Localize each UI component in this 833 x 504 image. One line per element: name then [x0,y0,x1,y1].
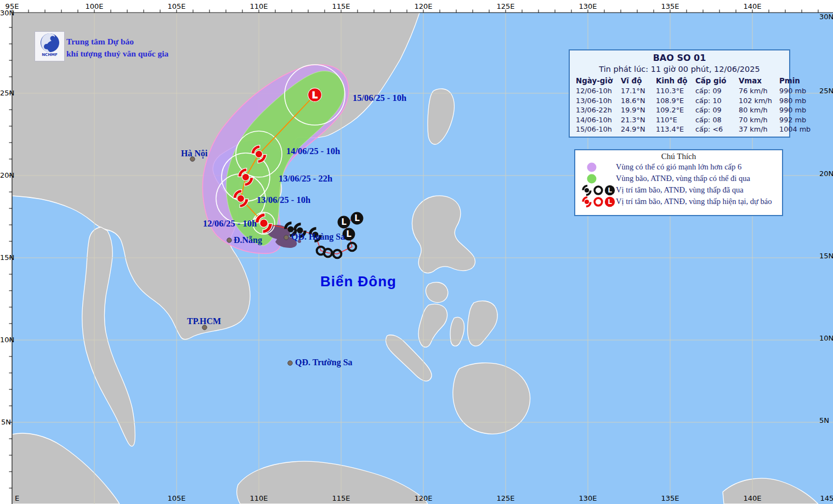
storm-table-cell: cấp: 09 [695,105,739,115]
past-position-marker [351,212,364,225]
city-dot [227,238,231,242]
storm-table-cell: 109.2°E [656,105,695,115]
legend-item: Vùng có thể có gió mạnh lớn hơn cấp 6 [575,161,782,173]
past-position-marker [338,216,350,229]
storm-table-cell: 15/06-10h [576,124,621,134]
land-mindoro [426,282,448,303]
nchmf-logo-emblem [39,32,61,54]
storm-table-cell: 37 km/h [739,124,779,134]
storm-issued-time: Tin phát lúc: 11 giờ 00 phút, 12/06/2025 [570,65,789,73]
nchmf-logo-text: NCHMF [42,53,58,57]
storm-table-cell: 80 km/h [739,105,779,115]
storm-table-cell: 108.9°E [656,96,695,106]
storm-table-cell: 70 km/h [739,115,779,125]
storm-table-header-cell: Vĩ độ [621,76,656,86]
storm-table-cell: 21.3°N [621,115,656,125]
storm-table-cell: 18.6°N [621,96,656,106]
agency-name-line2: khí tượng thuỷ văn quốc gia [66,49,168,59]
city-dot [284,235,288,240]
legend-item: Vị trí tâm bão, ATNĐ, vùng thấp đã qua [575,184,782,196]
storm-info-table: BAO SO 01 Tin phát lúc: 11 giờ 00 phút, … [569,49,790,138]
storm-table-header-cell: Vmax [739,76,779,86]
legend-item-text: Vị trí tâm bão, ATNĐ, vùng thấp đã qua [616,185,744,195]
red-markers-icon [581,196,616,208]
storm-table-header-cell: Ngày-giờ [576,76,621,86]
legend-item-text: Vùng có thể có gió mạnh lớn hơn cấp 6 [616,162,741,172]
map-legend: Chú Thích Vùng có thể có gió mạnh lớn hơ… [574,149,783,216]
purple-dot-icon [581,161,616,173]
storm-table-cell: cấp: 09 [695,86,739,96]
storm-table-cell: 14/06-10h [576,115,621,125]
legend-title: Chú Thích [575,152,782,161]
black-markers-icon [581,184,616,196]
storm-table-cell: 19.9°N [621,105,656,115]
legend-item-text: Vùng bão, ATNĐ, vùng thấp có thể đi qua [616,174,750,183]
storm-table-header-cell: Pmin [779,76,811,86]
storm-table-cell: 113.4°E [656,124,695,134]
legend-item-text: Vị trí tâm bão, ATNĐ, vùng thấp hiện tại… [616,197,772,206]
storm-table-grid: Ngày-giờVĩ độKinh độCấp gióVmaxPmin12/06… [570,76,789,134]
storm-table-cell: 13/06-22h [576,105,621,115]
storm-table-header-cell: Cấp gió [695,76,739,86]
forecast-position-marker [308,88,322,102]
city-dot [190,157,195,161]
storm-table-cell: cấp: <6 [695,124,739,134]
storm-table-cell: 12/06-10h [576,86,621,96]
storm-table-cell: 76 km/h [739,86,779,96]
storm-table-cell: 980 mb [779,96,811,106]
legend-item: Vùng bão, ATNĐ, vùng thấp có thể đi qua [575,173,782,184]
city-dot [202,325,207,330]
storm-table-cell: 990 mb [779,86,811,96]
legend-item: Vị trí tâm bão, ATNĐ, vùng thấp hiện tại… [575,196,782,207]
storm-table-cell: cấp: 10 [695,96,739,106]
storm-table-header-cell: Kinh độ [656,76,695,86]
nchmf-logo: NCHMF [35,31,65,61]
storm-table-cell: 1004 mb [779,124,811,134]
storm-table-cell: 102 km/h [739,96,779,106]
green-dot-icon [581,173,616,185]
storm-forecast-map: L [0,0,833,504]
storm-table-cell: 110°E [656,115,695,125]
storm-table-cell: 110.3°E [656,86,695,96]
past-position-marker [343,228,355,241]
city-dot [288,361,292,365]
storm-title: BAO SO 01 [570,53,789,63]
storm-table-cell: 17.1°N [621,86,656,96]
legend-rows: Vùng có thể có gió mạnh lớn hơn cấp 6Vùn… [575,161,782,207]
storm-table-cell: 13/06-10h [576,96,621,106]
land-mindanao [453,363,530,434]
storm-table-cell: 24.9°N [621,124,656,134]
storm-table-cell: 992 mb [779,115,811,125]
agency-name-line1: Trung tâm Dự báo [66,37,134,47]
storm-table-cell: 990 mb [779,105,811,115]
storm-table-cell: cấp: 08 [695,115,739,125]
